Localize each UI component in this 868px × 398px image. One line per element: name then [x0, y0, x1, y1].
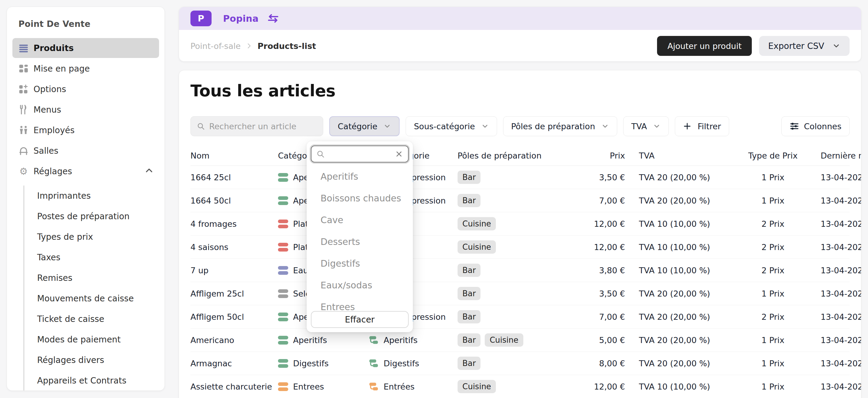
table-row[interactable]: 4 saisonsPlatsCuisine12,00 €TVA 10 (10,0…: [190, 236, 849, 259]
filter-toolbar: Catégorie Sous-catégorie Pôles de prépar…: [190, 116, 849, 136]
cell-categorie: Aperitifs: [278, 336, 369, 345]
cell-prix: 3,80 €: [571, 266, 625, 275]
subcategory-branch-icon: [369, 335, 379, 345]
table-row[interactable]: 4 fromagesPlatsCuisine12,00 €TVA 10 (10,…: [190, 212, 849, 236]
column-header-type-de-prix[interactable]: Type de Prix: [740, 151, 806, 160]
cell-derniere-modification: 13-04-2026: [806, 219, 861, 228]
search-article-input[interactable]: [209, 122, 317, 131]
category-option[interactable]: Cave: [307, 209, 413, 231]
cell-nom: Affligem 25cl: [190, 289, 278, 298]
sliders-icon: [789, 121, 799, 131]
category-option[interactable]: Boissons chaudes: [307, 187, 413, 209]
add-filter-button[interactable]: Filtrer: [675, 116, 729, 136]
tva-filter-button[interactable]: TVA: [623, 116, 669, 136]
breadcrumb-parent[interactable]: Point-of-sale: [190, 41, 241, 51]
cell-nom: 1664 25cl: [190, 173, 278, 182]
search-icon: [316, 150, 325, 158]
table-row[interactable]: 7 upEaux/sodasBar3,80 €TVA 10 (10,00 %)2…: [190, 259, 849, 282]
category-filter-label: Catégorie: [338, 122, 377, 131]
sidebar-item-postes-de-preparation[interactable]: Postes de préparation: [25, 206, 159, 226]
table-row[interactable]: Assiette charcuterieEntreesEntréesCuisin…: [190, 375, 849, 398]
table-row[interactable]: ArmagnacDigestifsDigestifsBar8,00 €TVA 2…: [190, 352, 849, 375]
sidebar-title: Point De Vente: [12, 19, 159, 29]
sidebar-item-taxes[interactable]: Taxes: [25, 247, 159, 268]
switch-store-icon[interactable]: [267, 13, 280, 24]
sidebar-item-appareils-et-contrats[interactable]: Appareils et Contrats: [25, 370, 159, 391]
cell-poles: Bar: [458, 264, 571, 277]
column-header-nom[interactable]: Nom: [190, 151, 278, 160]
sidebar-item-produits[interactable]: Produits: [12, 38, 159, 58]
table-row[interactable]: 1664 50clAperitifsBières pressionBar7,00…: [190, 189, 849, 212]
column-header-poles[interactable]: Pôles de préparation: [458, 151, 571, 160]
subcategory-name: Entrées: [383, 382, 415, 391]
room-icon: [19, 146, 29, 156]
cell-derniere-modification: 13-04-2026: [806, 336, 861, 345]
search-article-box[interactable]: [190, 116, 323, 136]
sidebar-item-mouvements-de-caisse[interactable]: Mouvements de caisse: [25, 288, 159, 309]
cell-categorie: Digestifs: [278, 359, 369, 368]
category-search-box[interactable]: [311, 146, 409, 162]
subcategory-filter-button[interactable]: Sous-catégorie: [406, 116, 497, 136]
column-header-tva[interactable]: TVA: [625, 151, 740, 160]
clear-search-icon[interactable]: [395, 150, 403, 158]
products-panel: Tous les articles Catégorie Sous-catégor…: [179, 70, 861, 398]
prep-station-badge: Bar: [458, 357, 480, 370]
sidebar-item-options[interactable]: Options: [12, 79, 159, 99]
category-dropdown: Aperitifs Boissons chaudes Cave Desserts…: [307, 141, 413, 332]
category-filter-button[interactable]: Catégorie: [329, 116, 400, 136]
table-header: Nom Catégorie Sous-catégorie Pôles de pr…: [190, 146, 849, 166]
prep-station-filter-button[interactable]: Pôles de préparation: [503, 116, 617, 136]
sidebar-item-reglages[interactable]: ⚙ Réglages: [12, 161, 159, 181]
cell-type-de-prix: 2 Prix: [740, 243, 806, 252]
prep-station-badge: Cuisine: [458, 240, 496, 254]
category-option[interactable]: Eaux/sodas: [307, 274, 413, 296]
sidebar-item-types-de-prix[interactable]: Types de prix: [25, 226, 159, 247]
table-row[interactable]: Affligem 25clSelectionBar3,50 €TVA 20 (2…: [190, 282, 849, 305]
cell-nom: Assiette charcuterie: [190, 382, 278, 391]
cell-tva: TVA 20 (20,00 %): [625, 359, 740, 368]
category-color-icon: [278, 173, 288, 182]
cell-poles: Bar: [458, 357, 571, 370]
cell-nom: 4 fromages: [190, 219, 278, 228]
sidebar-item-modes-de-paiement[interactable]: Modes de paiement: [25, 329, 159, 350]
export-csv-button[interactable]: Exporter CSV: [759, 36, 849, 56]
table-row[interactable]: AmericanoAperitifsAperitifsBarCuisine5,0…: [190, 329, 849, 352]
store-avatar[interactable]: P: [190, 10, 212, 26]
sidebar-item-imprimantes[interactable]: Imprimantes: [25, 185, 159, 206]
search-icon: [197, 122, 205, 131]
category-color-icon: [278, 359, 288, 368]
category-name: Entrees: [293, 382, 324, 391]
category-color-icon: [278, 219, 288, 228]
sidebar-item-employes[interactable]: Employés: [12, 120, 159, 140]
category-option[interactable]: Desserts: [307, 231, 413, 252]
category-option[interactable]: Entrees: [307, 296, 413, 311]
cell-type-de-prix: 2 Prix: [740, 266, 806, 275]
sidebar-item-ticket-de-caisse[interactable]: Ticket de caisse: [25, 309, 159, 329]
chevron-up-icon: [145, 166, 154, 176]
add-product-button[interactable]: Ajouter un produit: [657, 36, 752, 56]
cell-nom: 1664 50cl: [190, 196, 278, 205]
sidebar-item-remises[interactable]: Remises: [25, 268, 159, 288]
sidebar-item-menus[interactable]: Menus: [12, 100, 159, 120]
column-header-prix[interactable]: Prix: [571, 151, 625, 160]
employees-icon: [19, 125, 29, 135]
sidebar-item-mise-en-page[interactable]: Mise en page: [12, 59, 159, 79]
sidebar-item-reglages-divers[interactable]: Réglages divers: [25, 350, 159, 370]
cell-type-de-prix: 1 Prix: [740, 336, 806, 345]
columns-button[interactable]: Colonnes: [781, 116, 849, 136]
category-option-list: Aperitifs Boissons chaudes Cave Desserts…: [307, 165, 413, 311]
cell-poles: Bar: [458, 171, 571, 184]
clear-filter-button[interactable]: Effacer: [311, 311, 409, 328]
category-search-input[interactable]: [329, 150, 395, 158]
table-row[interactable]: Affligem 50clAperitifsBières pressionBar…: [190, 305, 849, 329]
cell-poles: Cuisine: [458, 380, 571, 393]
prep-station-badge: Bar: [458, 287, 480, 300]
category-option[interactable]: Digestifs: [307, 252, 413, 274]
category-color-icon: [278, 336, 288, 344]
category-option[interactable]: Aperitifs: [307, 165, 413, 187]
cell-sous-categorie: Aperitifs: [369, 335, 458, 345]
page-title: Tous les articles: [190, 81, 849, 100]
table-row[interactable]: 1664 25clAperitifsBières pressionBar3,50…: [190, 166, 849, 189]
column-header-derniere-modification[interactable]: Dernière mo: [806, 151, 861, 160]
sidebar-item-salles[interactable]: Salles: [12, 141, 159, 161]
